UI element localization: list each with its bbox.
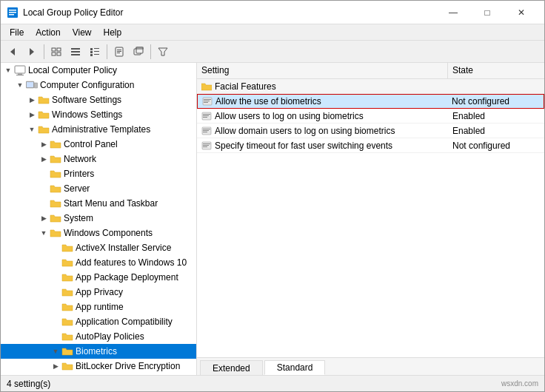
menu-view[interactable]: View: [67, 26, 98, 38]
svg-rect-21: [117, 51, 121, 52]
table-row-allow-users[interactable]: Allow users to log on using biometrics E…: [197, 109, 544, 124]
status-bar: 4 setting(s) wsxdn.com: [1, 375, 544, 391]
table-row-facial-features[interactable]: Facial Features: [197, 79, 544, 94]
cell-allow-users-setting: Allow users to log on using biometrics: [197, 110, 448, 122]
svg-marker-4: [10, 48, 15, 55]
table-row-allow-biometrics[interactable]: Allow the use of biometrics Not configur…: [197, 94, 544, 109]
node-label-local-computer-policy: Local Computer Policy: [28, 65, 117, 75]
table-row-allow-domain-users[interactable]: Allow domain users to log on using biome…: [197, 124, 544, 138]
svg-rect-42: [203, 129, 210, 129]
new-window-button[interactable]: [130, 44, 147, 60]
tab-extended[interactable]: Extended: [200, 360, 263, 375]
menu-help[interactable]: Help: [98, 26, 128, 38]
menu-action[interactable]: Action: [30, 26, 66, 38]
menu-file[interactable]: File: [4, 26, 30, 38]
properties-button[interactable]: [110, 44, 128, 60]
node-label-system: System: [64, 213, 93, 223]
tree-node-app-compat[interactable]: ▶ Application Compatibility: [1, 314, 196, 329]
node-label-app-privacy: App Privacy: [76, 287, 123, 297]
tree-node-biometrics[interactable]: ▼ Biometrics: [1, 344, 196, 359]
cell-allow-biometrics-label: Allow the use of biometrics: [215, 96, 321, 107]
tree-node-computer-config[interactable]: ▼ Computer Configuration: [1, 78, 196, 92]
tree-node-admin-templates[interactable]: ▼ Administrative Templates: [1, 122, 196, 137]
tree-node-bitlocker[interactable]: ▶ BitLocker Drive Encryption: [1, 359, 196, 374]
node-label-bitlocker: BitLocker Drive Encryption: [76, 361, 180, 371]
expand-icon-windows-settings[interactable]: ▶: [26, 109, 38, 121]
svg-rect-32: [27, 82, 33, 87]
minimize-button[interactable]: —: [436, 3, 470, 22]
cell-timeout-setting: Specify timeout for fast user switching …: [197, 140, 448, 152]
computer-icon: [26, 80, 38, 90]
tree-panel: ▼ Local Computer Policy ▼: [1, 63, 197, 375]
node-label-activex: ActiveX Installer Service: [76, 243, 171, 253]
expand-icon-admin[interactable]: ▼: [26, 124, 38, 135]
tree-node-system[interactable]: ▶ System: [1, 211, 196, 226]
svg-rect-8: [52, 53, 56, 55]
forward-button[interactable]: [23, 44, 41, 60]
cell-allow-biometrics-setting: Allow the use of biometrics: [198, 95, 447, 107]
expand-icon-biometrics[interactable]: ▼: [50, 345, 61, 357]
tree-node-windows-settings[interactable]: ▶ Windows Settings: [1, 107, 196, 122]
folder-icon-printers: [50, 169, 61, 179]
close-button[interactable]: ✕: [504, 3, 538, 22]
tree-node-network[interactable]: ▶ Network: [1, 152, 196, 166]
svg-rect-47: [203, 145, 209, 146]
header-state[interactable]: State: [448, 63, 544, 78]
folder-icon-facial: [201, 81, 212, 92]
expand-icon[interactable]: ▼: [2, 64, 14, 76]
tree-node-start-menu[interactable]: ▶ Start Menu and Taskbar: [1, 196, 196, 211]
svg-rect-1: [9, 10, 16, 11]
tree-node-add-features[interactable]: ▶ Add features to Windows 10: [1, 255, 196, 270]
tree-node-control-panel[interactable]: ▶ Control Panel: [1, 137, 196, 152]
tree-node-windows-components[interactable]: ▼ Windows Components: [1, 226, 196, 240]
header-setting[interactable]: Setting: [197, 63, 448, 78]
expand-icon-bitlocker[interactable]: ▶: [50, 360, 61, 372]
show-scope-button[interactable]: [47, 44, 65, 60]
svg-rect-35: [204, 101, 210, 101]
tree-node-activex[interactable]: ▶ ActiveX Installer Service: [1, 240, 196, 255]
table-row-specify-timeout[interactable]: Specify timeout for fast user switching …: [197, 138, 544, 153]
node-label-admin-templates: Administrative Templates: [52, 124, 150, 135]
cell-timeout-label: Specify timeout for fast user switching …: [215, 141, 392, 151]
svg-rect-28: [18, 73, 22, 75]
folder-icon-server: [50, 183, 61, 194]
tree-node-software-settings[interactable]: ▶ Software Settings: [1, 92, 196, 107]
cell-allow-users-state: Enabled: [448, 110, 544, 122]
svg-rect-29: [16, 75, 24, 75]
status-text: 4 setting(s): [7, 379, 50, 389]
title-controls: — □ ✕: [436, 3, 538, 22]
folder-icon-activex: [61, 243, 73, 253]
expand-icon-wincomp[interactable]: ▼: [38, 227, 50, 239]
title-bar: Local Group Policy Editor — □ ✕: [1, 1, 544, 24]
folder-icon-wincomp: [50, 228, 61, 238]
node-label-add-features: Add features to Windows 10: [76, 257, 187, 268]
expand-icon-system[interactable]: ▶: [38, 212, 50, 224]
folder-icon-start: [50, 198, 61, 209]
tree-node-server[interactable]: ▶ Server: [1, 181, 196, 196]
window-title: Local Group Policy Editor: [23, 7, 123, 18]
detail-view-button[interactable]: [86, 44, 104, 60]
tree-node-app-privacy[interactable]: ▶ App Privacy: [1, 285, 196, 300]
tree-node-app-runtime[interactable]: ▶ App runtime: [1, 300, 196, 314]
tab-standard[interactable]: Standard: [264, 360, 326, 375]
svg-rect-43: [203, 130, 209, 131]
tree-node-app-package[interactable]: ▶ App Package Deployment: [1, 270, 196, 285]
maximize-button[interactable]: □: [470, 3, 504, 22]
expand-icon-ctrl[interactable]: ▶: [38, 138, 50, 150]
folder-icon-apppackage: [61, 272, 73, 283]
filter-button[interactable]: [154, 44, 172, 60]
expand-icon-software[interactable]: ▶: [26, 94, 38, 106]
folder-icon-windows-settings: [38, 109, 50, 120]
svg-rect-48: [203, 146, 207, 147]
svg-rect-9: [57, 53, 61, 55]
tree-node-printers[interactable]: ▶ Printers: [1, 166, 196, 181]
tree-node-autoplay[interactable]: ▶ AutoPlay Policies: [1, 329, 196, 344]
back-button[interactable]: [4, 44, 21, 60]
expand-icon-network[interactable]: ▶: [38, 153, 50, 165]
svg-rect-39: [203, 115, 209, 116]
tree-node-local-computer-policy[interactable]: ▼ Local Computer Policy: [1, 63, 196, 78]
expand-icon-computer[interactable]: ▼: [14, 79, 26, 91]
svg-rect-11: [71, 51, 80, 53]
list-view-button[interactable]: [67, 44, 84, 60]
svg-marker-26: [158, 48, 167, 55]
